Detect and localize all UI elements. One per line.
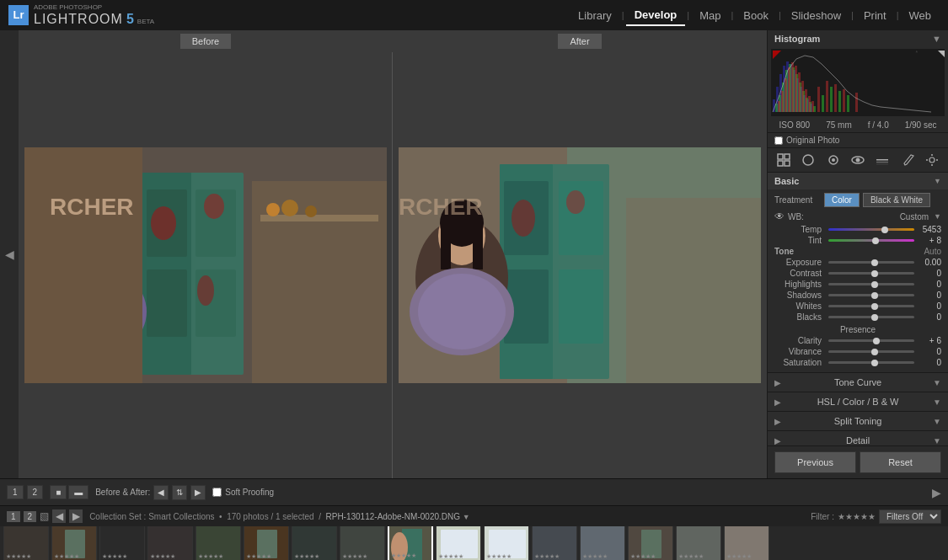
view-icons: 1 2 [7, 485, 43, 499]
section-toggle-tone-curve[interactable]: ▶ [774, 378, 783, 387]
saturation-track[interactable] [828, 361, 914, 364]
split-toning-panel[interactable]: ▶ Split Toning ▼ [768, 412, 948, 431]
thumb-stars-13: ★★★★★ [582, 553, 608, 560]
after-label-area: After [393, 34, 767, 49]
nav-develop[interactable]: Develop [626, 5, 686, 26]
crop-tool-icon[interactable] [800, 152, 817, 168]
tint-slider-thumb[interactable] [872, 237, 879, 244]
previous-button[interactable]: Previous [774, 451, 856, 473]
filmstrip-thumb-4[interactable]: ★★★★★ [147, 526, 193, 560]
tone-curve-expand[interactable]: ▼ [933, 378, 941, 387]
vibrance-thumb[interactable] [871, 349, 878, 355]
filmstrip-thumb-11[interactable]: ★★★★★ [484, 526, 529, 560]
filmstrip-thumb-13[interactable]: ★★★★★ [580, 526, 625, 560]
tint-slider-track[interactable] [828, 239, 914, 242]
left-panel-toggle[interactable]: ◀ [5, 248, 14, 261]
hsl-panel[interactable]: ▶ HSL / Color / B & W ▼ [768, 392, 948, 412]
highlights-track[interactable] [828, 283, 914, 285]
histogram-expand-icon[interactable]: ▼ [932, 34, 941, 44]
view-single-btn[interactable]: 1 [7, 485, 24, 499]
nav-slideshow[interactable]: Slideshow [783, 6, 849, 25]
section-toggle-hsl[interactable]: ▶ [774, 397, 783, 407]
tone-auto-btn[interactable]: Auto [924, 247, 941, 256]
filmstrip-thumb-5[interactable]: ★★★★★ [195, 526, 241, 560]
filmstrip-thumb-9[interactable]: ★★★★★ [388, 526, 433, 560]
right-panel-toggle[interactable]: ▶ [932, 486, 941, 499]
highlights-thumb[interactable] [871, 281, 878, 288]
after-button[interactable]: After [558, 34, 601, 49]
filmstrip-thumb-2[interactable]: ★★★★★ [51, 526, 97, 560]
soft-proofing-checkbox[interactable] [212, 488, 222, 497]
filmstrip-thumb-7[interactable]: ★★★★★ [292, 526, 337, 560]
exposure-track[interactable] [828, 261, 914, 264]
ba-copy-btn[interactable]: ▶ [190, 485, 206, 500]
whites-thumb[interactable] [871, 303, 878, 310]
filename-dropdown-icon[interactable]: ▼ [463, 513, 470, 521]
filmstrip-thumb-1[interactable]: ★★★★★ [3, 526, 49, 560]
filmstrip-grid-icon[interactable]: ▧ [40, 510, 49, 522]
filmstrip-thumb-6[interactable]: ★★★★★ [244, 526, 289, 560]
soft-proofing-label[interactable]: Soft Proofing [225, 488, 274, 497]
filmstrip-back-btn[interactable]: ◀ [52, 509, 66, 523]
filmstrip-num-2[interactable]: 2 [24, 511, 37, 522]
saturation-thumb[interactable] [871, 360, 878, 366]
filmstrip-thumb-3[interactable]: ★★★★★ [99, 526, 145, 560]
exposure-thumb[interactable] [871, 259, 878, 266]
temp-slider-track[interactable] [828, 228, 914, 231]
split-toning-expand[interactable]: ▼ [933, 417, 941, 426]
ba-swap-btn[interactable]: ⇅ [172, 485, 187, 500]
contrast-track[interactable] [828, 272, 914, 275]
original-photo-checkbox[interactable] [774, 136, 783, 145]
detail-panel[interactable]: ▶ Detail ▼ [768, 431, 948, 445]
shadows-track[interactable] [828, 294, 914, 296]
filmstrip-thumb-12[interactable]: ★★★★★ [532, 526, 577, 560]
whites-track[interactable] [828, 305, 914, 307]
nav-book[interactable]: Book [735, 6, 777, 25]
grid-tool-icon[interactable] [775, 152, 792, 168]
wb-eyedrop-icon[interactable]: 👁 [774, 211, 785, 222]
nav-print[interactable]: Print [855, 6, 895, 25]
blacks-thumb[interactable] [871, 314, 878, 321]
grad-filter-icon[interactable] [874, 152, 891, 168]
contrast-thumb[interactable] [871, 270, 878, 277]
section-toggle-detail[interactable]: ▶ [774, 436, 783, 445]
filmstrip-thumb-10[interactable]: ★★★★★ [436, 526, 481, 560]
nav-library[interactable]: Library [570, 6, 620, 25]
nav-web[interactable]: Web [901, 6, 940, 25]
settings-icon[interactable] [924, 152, 940, 168]
brush-icon[interactable] [899, 152, 916, 168]
spot-heal-icon[interactable] [825, 152, 842, 168]
filmstrip-fwd-btn[interactable]: ▶ [69, 509, 83, 523]
before-button[interactable]: Before [180, 34, 231, 49]
tone-curve-panel[interactable]: ▶ Tone Curve ▼ [768, 373, 948, 392]
filmstrip-thumb-14[interactable]: ★★★★★ [628, 526, 673, 560]
filmstrip-num-1[interactable]: 1 [7, 511, 20, 522]
filmstrip-thumb-15[interactable]: ★★★★★ [676, 526, 721, 560]
ba-prev-btn[interactable]: ◀ [153, 485, 169, 500]
shadows-thumb[interactable] [871, 292, 878, 299]
wb-dropdown-icon[interactable]: ▼ [934, 212, 941, 221]
filmstrip-thumb-16[interactable]: ★★★★★ [724, 526, 769, 560]
basic-panel-toggle[interactable]: ▼ [934, 177, 941, 185]
reset-button[interactable]: Reset [860, 451, 941, 473]
bw-treatment-btn[interactable]: Black & White [863, 193, 930, 207]
vibrance-track[interactable] [828, 350, 914, 353]
detail-expand[interactable]: ▼ [933, 436, 941, 445]
section-toggle-split[interactable]: ▶ [774, 417, 783, 426]
blacks-track[interactable] [828, 316, 914, 318]
clarity-track[interactable] [828, 339, 914, 342]
view-grid-btn[interactable]: 2 [27, 485, 44, 499]
color-treatment-btn[interactable]: Color [824, 193, 860, 207]
hsl-expand[interactable]: ▼ [933, 397, 941, 407]
grid-view-btn[interactable]: ■ [50, 485, 67, 499]
clarity-thumb[interactable] [873, 338, 880, 344]
nav-map[interactable]: Map [691, 6, 729, 25]
filmstrip-thumb-8[interactable]: ★★★★★ [340, 526, 385, 560]
temp-slider-thumb[interactable] [881, 227, 888, 233]
basic-panel-header[interactable]: Basic ▼ [768, 173, 948, 189]
redeye-icon[interactable] [849, 152, 866, 168]
original-photo-label[interactable]: Original Photo [786, 136, 839, 145]
compare-view-btn[interactable]: ▬ [68, 485, 88, 499]
svg-rect-35 [559, 269, 603, 344]
filter-dropdown[interactable]: Filters Off [879, 509, 941, 524]
